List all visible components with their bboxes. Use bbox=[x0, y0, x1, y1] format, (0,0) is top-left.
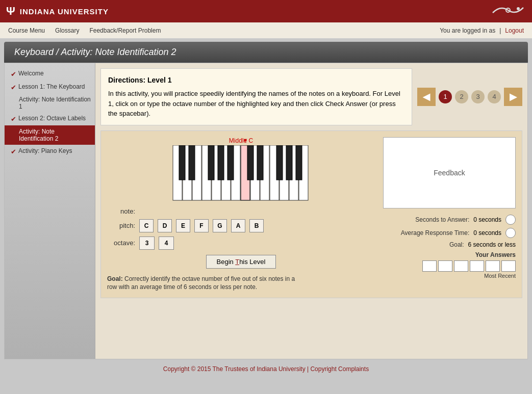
answer-box-6 bbox=[501, 260, 516, 272]
trident-icon: Ψ bbox=[6, 5, 16, 18]
sidebar-label: Activity: Note Identification 2 bbox=[11, 128, 90, 142]
main-container: ✔ Welcome ✔ Lesson 1: The Keyboard Activ… bbox=[4, 63, 528, 359]
directions-box: Directions: Level 1 In this activity, yo… bbox=[100, 68, 412, 125]
pitch-c-button[interactable]: C bbox=[139, 219, 154, 232]
svg-rect-23 bbox=[276, 145, 283, 180]
logout-link[interactable]: Logout bbox=[505, 27, 524, 34]
directions-row: Directions: Level 1 In this activity, yo… bbox=[100, 68, 522, 125]
next-page-button[interactable]: ▶ bbox=[504, 88, 522, 106]
octave-3-button[interactable]: 3 bbox=[139, 237, 155, 250]
university-name: INDIANA UNIVERSITY bbox=[20, 7, 109, 16]
page-2-button[interactable]: 2 bbox=[455, 90, 468, 103]
octave-row: octave: 3 4 bbox=[107, 237, 375, 250]
seconds-to-answer-row: Seconds to Answer: 0 seconds bbox=[383, 215, 516, 225]
answer-box-5 bbox=[486, 260, 500, 272]
sidebar: ✔ Welcome ✔ Lesson 1: The Keyboard Activ… bbox=[5, 63, 95, 359]
goal-detail: Correctly identify the octave number of … bbox=[107, 275, 295, 291]
keyboard-wrapper: ▼ bbox=[172, 145, 310, 201]
pitch-label: pitch: bbox=[107, 222, 135, 229]
nav-bar: Course Menu Glossary Feedback/Report Pro… bbox=[0, 22, 532, 39]
most-recent-label: Most Recent bbox=[383, 273, 516, 279]
svg-rect-21 bbox=[247, 145, 254, 180]
course-menu-link[interactable]: Course Menu bbox=[8, 27, 45, 34]
note-row: note: bbox=[107, 207, 375, 215]
check-icon: ✔ bbox=[11, 84, 16, 91]
logo-swoosh bbox=[490, 3, 526, 20]
check-icon: ✔ bbox=[11, 70, 16, 78]
sidebar-item-note-id-1[interactable]: Activity: Note Identification 1 bbox=[5, 94, 95, 112]
sidebar-label: Activity: Piano Keys bbox=[18, 147, 90, 154]
pitch-d-button[interactable]: D bbox=[158, 219, 172, 232]
sidebar-item-piano-keys[interactable]: ✔ Activity: Piano Keys bbox=[5, 145, 95, 158]
footer: Copyright © 2015 The Trustees of Indiana… bbox=[0, 359, 532, 379]
answer-box-3 bbox=[454, 260, 468, 272]
pipe-separator: | bbox=[499, 27, 501, 34]
sidebar-label: Activity: Note Identification 1 bbox=[19, 96, 91, 110]
sidebar-item-welcome[interactable]: ✔ Welcome bbox=[5, 67, 95, 81]
goal-label: Goal: bbox=[107, 275, 123, 282]
pitch-f-button[interactable]: F bbox=[194, 219, 209, 232]
note-label: note: bbox=[107, 207, 135, 215]
feedback-title: Feedback bbox=[434, 169, 465, 177]
content-area: Directions: Level 1 In this activity, yo… bbox=[95, 63, 527, 359]
page-title: Keyboard / Activity: Note Identification… bbox=[14, 47, 518, 58]
page-nav: ◀ 1 2 3 4 ▶ bbox=[417, 68, 522, 125]
your-answers-label: Your Answers bbox=[383, 251, 516, 258]
page-title-bar: Keyboard / Activity: Note Identification… bbox=[4, 42, 528, 63]
pitch-g-button[interactable]: G bbox=[213, 219, 227, 232]
sidebar-item-lesson1[interactable]: ✔ Lesson 1: The Keyboard bbox=[5, 81, 95, 94]
octave-4-button[interactable]: 4 bbox=[159, 237, 174, 250]
top-bar: Ψ INDIANA UNIVERSITY bbox=[0, 0, 532, 22]
svg-rect-18 bbox=[208, 145, 214, 180]
svg-rect-19 bbox=[218, 145, 224, 180]
page-4-button[interactable]: 4 bbox=[488, 90, 501, 103]
iu-logo: Ψ INDIANA UNIVERSITY bbox=[6, 5, 109, 18]
nav-right: You are logged in as | Logout bbox=[440, 27, 524, 34]
sidebar-label: Lesson 1: The Keyboard bbox=[18, 83, 90, 90]
svg-rect-24 bbox=[286, 145, 292, 180]
nav-left: Course Menu Glossary Feedback/Report Pro… bbox=[8, 27, 161, 34]
pitch-row: pitch: C D E F G A B bbox=[107, 219, 375, 232]
directions-title: Directions: Level 1 bbox=[108, 75, 404, 86]
seconds-to-answer-label: Seconds to Answer: bbox=[415, 216, 469, 223]
page-3-button[interactable]: 3 bbox=[471, 90, 485, 103]
check-icon: ✔ bbox=[11, 115, 16, 123]
answer-box-1 bbox=[422, 260, 437, 272]
begin-level-button[interactable]: Begin This Level bbox=[206, 255, 276, 269]
feedback-box: Feedback bbox=[383, 137, 516, 208]
sidebar-label: Lesson 2: Octave Labels bbox=[18, 115, 90, 122]
feedback-link[interactable]: Feedback/Report Problem bbox=[89, 27, 161, 34]
goal-row: Goal: 6 seconds or less bbox=[383, 241, 516, 248]
pitch-e-button[interactable]: E bbox=[176, 219, 190, 232]
directions-text: In this activity, you will practice spee… bbox=[108, 89, 404, 119]
piano-keyboard[interactable] bbox=[172, 145, 310, 201]
svg-rect-20 bbox=[227, 145, 234, 180]
logged-in-text: You are logged in as bbox=[440, 27, 495, 34]
seconds-to-answer-value: 0 seconds bbox=[473, 216, 501, 223]
prev-page-button[interactable]: ◀ bbox=[417, 88, 436, 106]
pitch-b-button[interactable]: B bbox=[249, 219, 264, 232]
sidebar-item-lesson2[interactable]: ✔ Lesson 2: Octave Labels bbox=[5, 112, 95, 125]
footer-text: Copyright © 2015 The Trustees of Indiana… bbox=[163, 365, 369, 373]
keyboard-section: Middle C bbox=[107, 137, 375, 292]
answer-box-2 bbox=[438, 260, 452, 272]
sidebar-item-note-id-2[interactable]: Activity: Note Identification 2 bbox=[5, 125, 95, 145]
svg-rect-25 bbox=[296, 145, 302, 180]
glossary-link[interactable]: Glossary bbox=[55, 27, 79, 34]
svg-rect-17 bbox=[189, 145, 195, 180]
page-1-button[interactable]: 1 bbox=[439, 90, 452, 103]
goal-stats-value: 6 seconds or less bbox=[468, 241, 516, 248]
middle-c-label: Middle C bbox=[107, 137, 375, 144]
sidebar-label: Welcome bbox=[18, 70, 90, 77]
svg-point-1 bbox=[517, 7, 520, 10]
svg-rect-16 bbox=[179, 145, 185, 180]
goal-text: Goal: Correctly identify the octave numb… bbox=[107, 275, 301, 292]
octave-label: octave: bbox=[107, 239, 135, 247]
avg-response-label: Average Response Time: bbox=[401, 229, 470, 237]
svg-rect-22 bbox=[257, 145, 263, 180]
seconds-indicator bbox=[505, 215, 516, 225]
pitch-a-button[interactable]: A bbox=[231, 219, 245, 232]
avg-indicator bbox=[505, 228, 516, 238]
feedback-section: Feedback Seconds to Answer: 0 seconds Av… bbox=[383, 137, 516, 292]
avg-response-row: Average Response Time: 0 seconds bbox=[383, 228, 516, 238]
